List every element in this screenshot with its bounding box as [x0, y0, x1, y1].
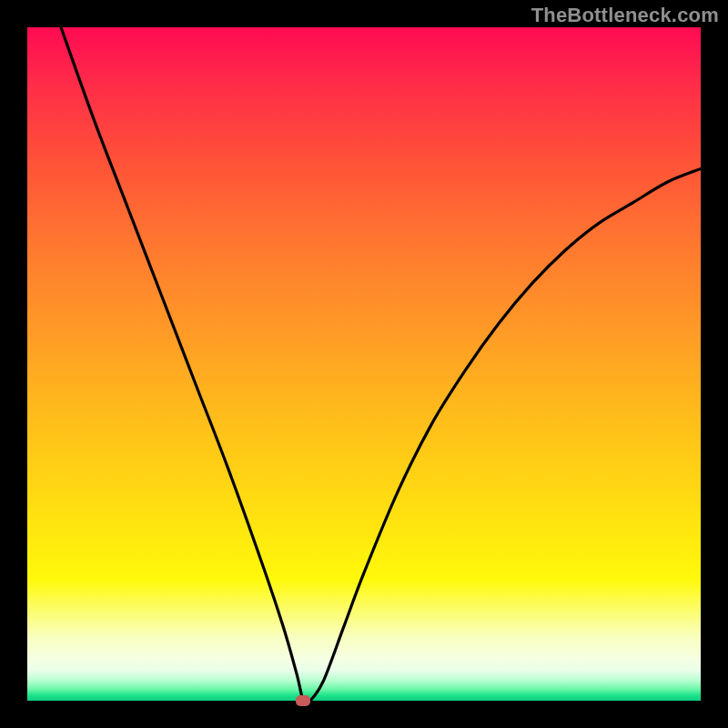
bottleneck-curve	[27, 27, 701, 701]
watermark-label: TheBottleneck.com	[531, 4, 719, 27]
minimum-marker	[296, 695, 310, 706]
chart-plot-area	[27, 27, 701, 701]
outer-frame: TheBottleneck.com	[0, 0, 728, 728]
curve-path	[61, 27, 701, 701]
